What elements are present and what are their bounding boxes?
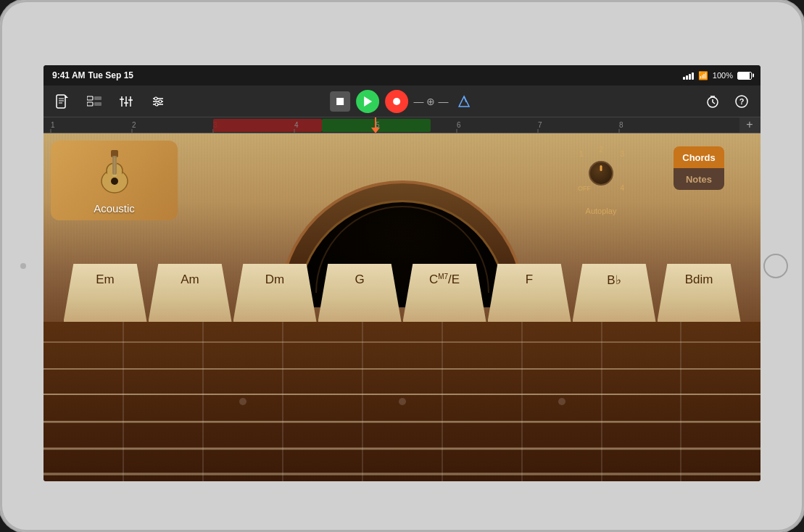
- svg-rect-3: [94, 96, 101, 100]
- transport-controls: — ⊕ —: [330, 90, 475, 113]
- metronome-icon[interactable]: [454, 91, 474, 112]
- guitar-icon: [89, 147, 140, 198]
- ipad-frame: 9:41 AM Tue Sep 15 📶 100%: [0, 0, 804, 532]
- svg-point-73: [558, 398, 565, 405]
- chord-button-f[interactable]: F: [488, 264, 571, 322]
- tempo-icon: — ⊕ —: [414, 96, 449, 107]
- svg-text:+: +: [746, 118, 753, 130]
- home-button[interactable]: [763, 254, 788, 278]
- status-bar: 9:41 AM Tue Sep 15 📶 100%: [43, 65, 761, 86]
- status-time: 9:41 AM: [52, 70, 86, 80]
- chord-button-am[interactable]: Am: [149, 264, 232, 322]
- svg-rect-4: [94, 102, 101, 106]
- fretboard[interactable]: [43, 322, 761, 481]
- battery-icon: [737, 72, 752, 80]
- chord-button-g[interactable]: G: [318, 264, 402, 322]
- svg-rect-1: [87, 96, 93, 100]
- timer-button[interactable]: [703, 91, 723, 112]
- chord-button-bb[interactable]: B♭: [573, 264, 656, 322]
- svg-point-51: [111, 178, 118, 185]
- battery-percent: 100%: [713, 71, 733, 80]
- battery-fill: [738, 72, 750, 79]
- svg-text:2: 2: [132, 121, 136, 129]
- svg-text:6: 6: [457, 121, 461, 129]
- stop-icon: [336, 98, 344, 105]
- toolbar-left: [52, 91, 168, 112]
- autoplay-label-3: 3: [620, 150, 624, 158]
- autoplay-label-4: 4: [620, 184, 624, 192]
- chord-button-dm[interactable]: Dm: [233, 264, 317, 322]
- chord-notes-toggle: Chords Notes: [674, 146, 724, 190]
- play-icon: [364, 96, 372, 107]
- chord-button-bdim[interactable]: Bdim: [658, 264, 741, 322]
- settings-icon[interactable]: [148, 91, 168, 112]
- notes-button[interactable]: Notes: [674, 168, 724, 190]
- instrument-area: Acoustic 1 2 3 4 OFF Autoplay: [43, 133, 761, 481]
- svg-point-71: [239, 398, 246, 405]
- svg-text:7: 7: [538, 121, 542, 129]
- toolbar: — ⊕ —: [43, 86, 761, 117]
- timeline-ruler: 1 2 3 4 5: [43, 117, 761, 133]
- song-icon[interactable]: [52, 91, 72, 112]
- toolbar-right: ?: [703, 91, 752, 112]
- svg-text:4: 4: [294, 121, 299, 129]
- tempo-control: — ⊕ —: [414, 96, 449, 107]
- svg-rect-2: [87, 102, 93, 106]
- autoplay-section: 1 2 3 4 OFF Autoplay: [572, 144, 630, 215]
- svg-text:1: 1: [51, 121, 55, 129]
- autoplay-knob[interactable]: [589, 161, 613, 186]
- status-icons: 📶 100%: [683, 71, 752, 80]
- svg-point-14: [154, 97, 157, 100]
- svg-line-21: [713, 102, 715, 104]
- chord-button-em[interactable]: Em: [64, 264, 147, 322]
- autoplay-label: Autoplay: [586, 207, 617, 215]
- record-icon: [393, 98, 400, 105]
- svg-point-15: [159, 100, 162, 103]
- autoplay-label-1: 1: [579, 150, 584, 158]
- status-time-date: 9:41 AM Tue Sep 15: [52, 70, 133, 80]
- mixer-icon[interactable]: [116, 91, 136, 112]
- autoplay-label-2: 2: [599, 146, 603, 154]
- record-button[interactable]: [385, 90, 408, 113]
- tracks-icon[interactable]: [84, 91, 104, 112]
- wifi-icon: 📶: [698, 71, 708, 80]
- svg-rect-0: [57, 95, 65, 108]
- autoplay-label-off: OFF: [578, 185, 591, 192]
- instrument-panel[interactable]: Acoustic: [51, 141, 178, 220]
- status-date: Tue Sep 15: [88, 70, 133, 80]
- instrument-name: Acoustic: [94, 202, 135, 215]
- autoplay-knob-container: 1 2 3 4 OFF: [572, 144, 630, 202]
- front-camera: [20, 263, 26, 269]
- chord-buttons-row: Em Am Dm G CM7/E F B♭ Bdim: [43, 264, 761, 322]
- stop-button[interactable]: [330, 91, 350, 112]
- help-button[interactable]: ?: [732, 91, 752, 112]
- svg-point-72: [399, 398, 406, 405]
- chords-button[interactable]: Chords: [674, 146, 724, 168]
- play-button[interactable]: [356, 90, 379, 113]
- svg-text:8: 8: [619, 121, 623, 129]
- ipad-screen: 9:41 AM Tue Sep 15 📶 100%: [43, 65, 761, 481]
- knob-indicator: [600, 165, 602, 171]
- svg-rect-32: [213, 119, 322, 132]
- chord-button-cm7e[interactable]: CM7/E: [403, 264, 486, 322]
- svg-point-16: [155, 103, 158, 106]
- signal-icon: [683, 71, 694, 80]
- svg-text:?: ?: [739, 97, 745, 106]
